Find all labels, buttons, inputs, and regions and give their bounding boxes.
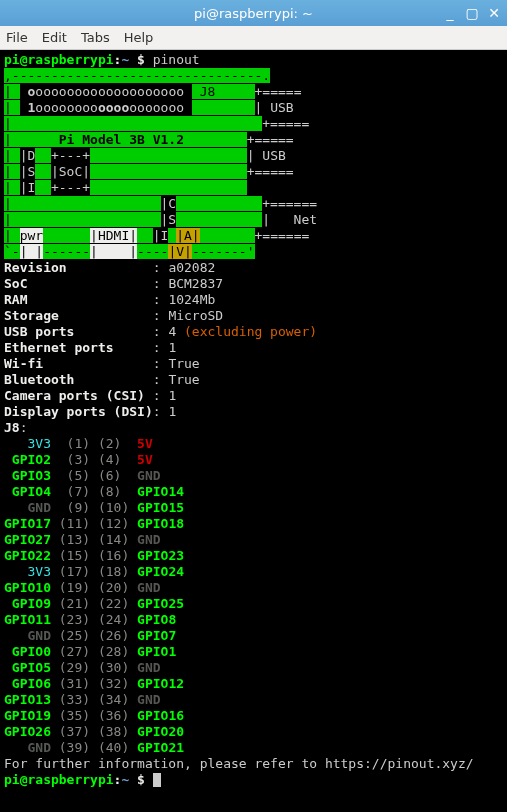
pin-num-right: (22) <box>98 596 129 611</box>
pin-left: GPIO2 <box>4 452 51 467</box>
prompt-dollar: $ <box>137 52 145 67</box>
pin-num-right: (18) <box>98 564 129 579</box>
pin-left: GND <box>4 628 51 643</box>
menu-help[interactable]: Help <box>124 30 154 45</box>
pin-num-right: (2) <box>98 436 129 451</box>
window-controls: _ ▢ ✕ <box>441 4 503 22</box>
pin-num-left: (1) <box>59 436 90 451</box>
pin-right: GPIO24 <box>137 564 184 579</box>
pin-num-right: (24) <box>98 612 129 627</box>
pin-left: GND <box>4 500 51 515</box>
menu-edit[interactable]: Edit <box>42 30 67 45</box>
spec-value-soc: BCM2837 <box>168 276 223 291</box>
pin-num-right: (34) <box>98 692 129 707</box>
pin-num-left: (3) <box>59 452 90 467</box>
menu-tabs[interactable]: Tabs <box>81 30 110 45</box>
spec-label-eth_ports: Ethernet ports <box>4 340 153 355</box>
soc-label: SoC <box>59 164 82 179</box>
spec-value-storage: MicroSD <box>168 308 223 323</box>
pwr-label: pwr <box>20 228 43 243</box>
pinout-header: J8 <box>4 420 20 435</box>
command: pinout <box>153 52 200 67</box>
pin-num-left: (5) <box>59 468 90 483</box>
pin-num-left: (35) <box>59 708 90 723</box>
pin-left: GPIO0 <box>4 644 51 659</box>
pin-num-left: (21) <box>59 596 90 611</box>
pin-num-right: (20) <box>98 580 129 595</box>
prompt-dollar: $ <box>137 772 145 787</box>
spec-value-csi: 1 <box>168 388 176 403</box>
pin-right: 5V <box>137 436 153 451</box>
pin-right: GND <box>137 468 160 483</box>
pin-num-left: (9) <box>59 500 90 515</box>
prompt-userhost: pi@raspberrypi <box>4 772 114 787</box>
cursor[interactable] <box>153 773 161 787</box>
prompt-userhost: pi@raspberrypi <box>4 52 114 67</box>
pin-left: GPIO10 <box>4 580 51 595</box>
pin-num-right: (30) <box>98 660 129 675</box>
pin-right: GPIO15 <box>137 500 184 515</box>
board-model: Pi Model 3B V1.2 <box>59 132 184 147</box>
pin-left: GND <box>4 740 51 755</box>
spec-label-storage: Storage <box>4 308 153 323</box>
usb-port-label: USB <box>262 148 285 163</box>
pin-left: 3V3 <box>4 564 51 579</box>
pin-num-left: (33) <box>59 692 90 707</box>
pin-num-right: (26) <box>98 628 129 643</box>
close-button[interactable]: ✕ <box>485 4 503 22</box>
terminal-window: pi@raspberrypi: ~ _ ▢ ✕ File Edit Tabs H… <box>0 0 507 812</box>
spec-value-wifi: True <box>168 356 199 371</box>
pin-right: GPIO8 <box>137 612 176 627</box>
spec-usb-note: (excluding power) <box>184 324 317 339</box>
spec-label-revision: Revision <box>4 260 153 275</box>
pin-right: 5V <box>137 452 153 467</box>
spec-label-csi: Camera ports (CSI) <box>4 388 153 403</box>
pin-left: GPIO19 <box>4 708 51 723</box>
net-label: Net <box>294 212 317 227</box>
spec-label-wifi: Wi-fi <box>4 356 153 371</box>
pin-num-right: (36) <box>98 708 129 723</box>
pin-right: GPIO16 <box>137 708 184 723</box>
pin-right: GND <box>137 660 160 675</box>
pin-num-right: (40) <box>98 740 129 755</box>
spec-value-eth_ports: 1 <box>168 340 176 355</box>
pin-left: GPIO5 <box>4 660 51 675</box>
pin-left: 3V3 <box>4 436 51 451</box>
spec-label-soc: SoC <box>4 276 153 291</box>
pin-left: GPIO22 <box>4 548 51 563</box>
footer-text: For further information, please refer to… <box>4 756 474 771</box>
hdmi-label: HDMI <box>98 228 129 243</box>
pin-num-right: (28) <box>98 644 129 659</box>
pin-right: GPIO18 <box>137 516 184 531</box>
pin-right: GPIO12 <box>137 676 184 691</box>
spec-label-bt: Bluetooth <box>4 372 153 387</box>
j8-label: J8 <box>192 84 215 99</box>
pin-num-right: (6) <box>98 468 129 483</box>
menu-file[interactable]: File <box>6 30 28 45</box>
pin-num-right: (12) <box>98 516 129 531</box>
pin-right: GPIO1 <box>137 644 176 659</box>
pin-num-left: (31) <box>59 676 90 691</box>
spec-label-dsi: Display ports (DSI) <box>4 404 153 419</box>
pin-left: GPIO13 <box>4 692 51 707</box>
pin-num-left: (17) <box>59 564 90 579</box>
pin-num-right: (16) <box>98 548 129 563</box>
pin-left: GPIO3 <box>4 468 51 483</box>
pin-num-right: (14) <box>98 532 129 547</box>
pin-left: GPIO17 <box>4 516 51 531</box>
pin-right: GPIO23 <box>137 548 184 563</box>
window-titlebar[interactable]: pi@raspberrypi: ~ _ ▢ ✕ <box>0 0 507 26</box>
pin-num-left: (29) <box>59 660 90 675</box>
maximize-button[interactable]: ▢ <box>463 4 481 22</box>
pin-right: GPIO14 <box>137 484 184 499</box>
spec-label-ram: RAM <box>4 292 153 307</box>
terminal-content[interactable]: pi@raspberrypi:~ $ pinout,--------------… <box>0 50 507 812</box>
pin-num-left: (19) <box>59 580 90 595</box>
pin-num-left: (37) <box>59 724 90 739</box>
pin-right: GND <box>137 580 160 595</box>
pin-left: GPIO9 <box>4 596 51 611</box>
minimize-button[interactable]: _ <box>441 4 459 22</box>
pin-num-left: (7) <box>59 484 90 499</box>
pin-num-left: (27) <box>59 644 90 659</box>
pin-left: GPIO27 <box>4 532 51 547</box>
